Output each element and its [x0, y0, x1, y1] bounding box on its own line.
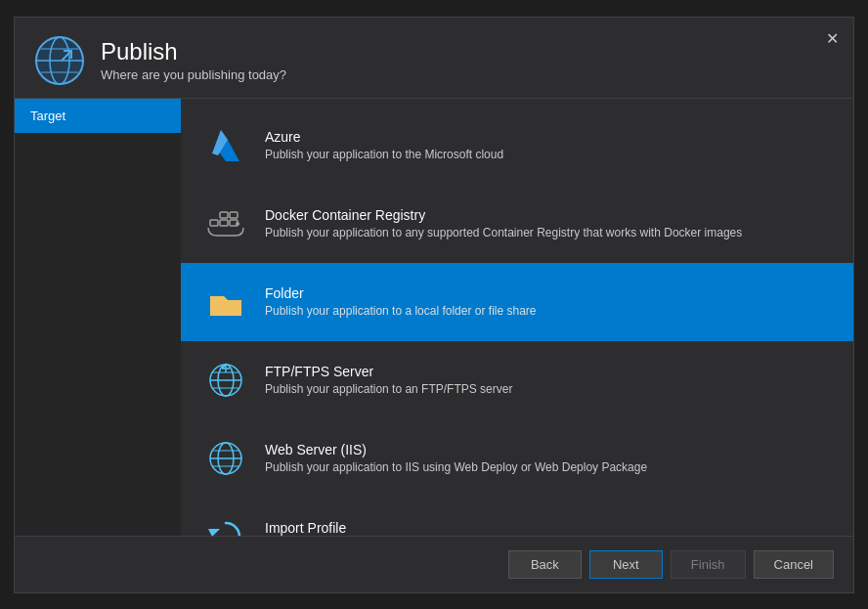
finish-button[interactable]: Finish [671, 550, 746, 579]
sidebar-item-target[interactable]: Target [15, 99, 181, 133]
title-bar: Publish Where are you publishing today? … [15, 18, 853, 99]
azure-description: Publish your application to the Microsof… [265, 148, 503, 161]
cancel-button[interactable]: Cancel [754, 550, 834, 579]
publish-target-folder[interactable]: Folder Publish your application to a loc… [181, 263, 853, 341]
dialog-subtitle: Where are you publishing today? [101, 67, 286, 82]
svg-rect-13 [230, 212, 238, 218]
folder-description: Publish your application to a local fold… [265, 304, 537, 318]
title-text: Publish Where are you publishing today? [101, 38, 286, 82]
svg-point-14 [236, 222, 239, 226]
ftp-title: FTP/FTPS Server [265, 364, 512, 379]
folder-icon [202, 279, 249, 326]
iis-text: Web Server (IIS) Publish your applicatio… [265, 442, 647, 474]
content-area: Target Azure Publish your application to… [15, 99, 853, 536]
docker-icon [202, 200, 249, 247]
close-button[interactable]: ✕ [820, 27, 844, 51]
azure-title: Azure [265, 129, 503, 145]
ftp-description: Publish your application to an FTP/FTPS … [265, 382, 512, 396]
docker-description: Publish your application to any supporte… [265, 226, 742, 239]
docker-title: Docker Container Registry [265, 207, 742, 223]
azure-icon [202, 122, 249, 169]
svg-rect-10 [220, 220, 228, 226]
main-content: Azure Publish your application to the Mi… [181, 99, 853, 536]
docker-text: Docker Container Registry Publish your a… [265, 207, 742, 239]
footer: Back Next Finish Cancel [15, 536, 853, 592]
publish-target-ftp[interactable]: FTP/FTPS Server Publish your application… [181, 341, 853, 419]
folder-text: Folder Publish your application to a loc… [265, 285, 537, 318]
iis-icon [202, 435, 249, 482]
dialog-title: Publish [101, 38, 286, 65]
svg-rect-12 [220, 212, 228, 218]
import-text: Import Profile Import your publish setti… [265, 520, 508, 536]
back-button[interactable]: Back [508, 550, 582, 579]
ftp-text: FTP/FTPS Server Publish your application… [265, 364, 512, 396]
app-logo [34, 35, 85, 86]
iis-description: Publish your application to IIS using We… [265, 460, 647, 474]
publish-dialog: Publish Where are you publishing today? … [14, 17, 854, 593]
azure-text: Azure Publish your application to the Mi… [265, 129, 503, 161]
publish-target-import[interactable]: Import Profile Import your publish setti… [181, 498, 853, 536]
sidebar: Target [15, 99, 181, 536]
svg-marker-26 [208, 529, 220, 536]
next-button[interactable]: Next [589, 550, 663, 579]
svg-rect-9 [210, 220, 218, 226]
iis-title: Web Server (IIS) [265, 442, 647, 457]
folder-title: Folder [265, 285, 537, 301]
ftp-icon [202, 357, 249, 404]
publish-target-iis[interactable]: Web Server (IIS) Publish your applicatio… [181, 419, 853, 498]
publish-target-azure[interactable]: Azure Publish your application to the Mi… [181, 107, 853, 185]
import-title: Import Profile [265, 520, 508, 536]
svg-rect-15 [210, 300, 241, 316]
import-icon [202, 513, 249, 536]
publish-target-docker[interactable]: Docker Container Registry Publish your a… [181, 185, 853, 263]
